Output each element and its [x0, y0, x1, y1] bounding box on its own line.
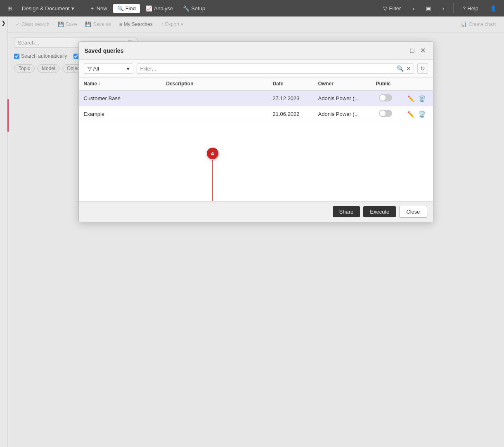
- footer-area: 4 Share Execute Close: [79, 201, 433, 222]
- topbar-right: ▽ Filter ‹ ▣ › ? Help 👤: [379, 3, 501, 13]
- filter-type-dropdown[interactable]: ▽ All ▾: [84, 64, 133, 74]
- filter-dropdown-icon: ▽: [88, 66, 92, 72]
- cell-name: Customer Base: [79, 90, 161, 106]
- find-btn[interactable]: 🔍 Find: [113, 4, 140, 13]
- help-label: Help: [467, 5, 478, 12]
- analyse-btn[interactable]: 📈 Analyse: [142, 4, 177, 13]
- annotation-badge-4: 4: [207, 148, 218, 159]
- col-header-owner[interactable]: Owner: [313, 78, 371, 90]
- col-header-date[interactable]: Date: [268, 78, 313, 90]
- nav-prev-btn[interactable]: ‹: [408, 4, 418, 13]
- content-area: ✓ Clear search 💾 Save 💾 Save as ≡ My Sea…: [7, 16, 504, 447]
- share-btn[interactable]: Share: [333, 206, 360, 217]
- filter-input-wrapper: 🔍 ✕: [137, 64, 414, 74]
- grid-icon: ⊞: [7, 5, 12, 12]
- close-btn[interactable]: Close: [399, 206, 427, 218]
- filter-label: Filter: [389, 5, 401, 12]
- nav-separator-1: [82, 3, 82, 13]
- help-icon: ?: [463, 5, 466, 12]
- col-header-desc[interactable]: Description: [161, 78, 268, 90]
- find-icon: 🔍: [117, 5, 124, 12]
- filter-dropdown-label: All: [93, 66, 99, 72]
- filter-btn[interactable]: ▽ Filter: [379, 4, 405, 13]
- cell-owner: Adonis Power (...: [313, 106, 371, 122]
- nav-next-btn[interactable]: ›: [438, 4, 448, 13]
- delete-btn[interactable]: 🗑️: [418, 94, 426, 103]
- table-row[interactable]: Example 21.06.2022 Adonis Power (... ✏️ …: [79, 106, 433, 122]
- modal-footer: Share Execute Close: [79, 201, 433, 222]
- plus-icon: ＋: [90, 5, 95, 12]
- wrench-icon: 🔧: [183, 5, 189, 12]
- chevron-right-icon: ›: [442, 5, 444, 12]
- cell-public: [371, 106, 400, 122]
- app-name-btn[interactable]: Design & Document ▾: [18, 4, 78, 13]
- nav-window-btn[interactable]: ▣: [422, 4, 435, 13]
- modal-title: Saved queries: [85, 47, 124, 54]
- filter-clear-btn[interactable]: ✕: [405, 64, 412, 73]
- public-toggle[interactable]: [379, 94, 392, 101]
- modal-toolbar: ▽ All ▾ 🔍 ✕ ↻: [79, 60, 433, 78]
- modal-body: Name ↑ Description Date Owner Public Cus…: [79, 78, 433, 201]
- queries-table: Name ↑ Description Date Owner Public Cus…: [79, 78, 433, 122]
- delete-btn[interactable]: 🗑️: [418, 110, 426, 118]
- annotation-line: [212, 160, 213, 201]
- cell-actions: ✏️ 🗑️: [400, 90, 433, 106]
- filter-icon: ▽: [383, 5, 387, 12]
- col-header-public[interactable]: Public: [371, 78, 400, 90]
- app-chevron-icon: ▾: [71, 5, 74, 12]
- public-toggle[interactable]: [379, 110, 392, 117]
- edit-btn[interactable]: ✏️: [407, 110, 415, 118]
- sidebar-toggle-btn[interactable]: ❯: [0, 16, 7, 447]
- window-icon: ▣: [426, 5, 431, 12]
- saved-queries-modal: Saved queries □ ✕ ▽ All ▾: [78, 41, 433, 222]
- modal-close-btn[interactable]: ✕: [419, 46, 427, 55]
- filter-search-btn[interactable]: 🔍: [396, 64, 405, 73]
- cell-actions: ✏️ 🗑️: [400, 106, 433, 122]
- modal-overlay: Saved queries □ ✕ ▽ All ▾: [7, 16, 504, 447]
- filter-input[interactable]: [137, 64, 396, 73]
- table-header-row: Name ↑ Description Date Owner Public: [79, 78, 433, 90]
- nav-separator-2: [453, 3, 454, 13]
- edit-btn[interactable]: ✏️: [407, 94, 415, 103]
- col-header-name[interactable]: Name ↑: [79, 78, 161, 90]
- find-label: Find: [125, 5, 136, 12]
- analyse-label: Analyse: [154, 5, 173, 12]
- new-btn[interactable]: ＋ New: [85, 3, 111, 14]
- table-row[interactable]: Customer Base 27.12.2023 Adonis Power (.…: [79, 90, 433, 106]
- filter-input-actions: 🔍 ✕: [396, 64, 414, 73]
- help-btn[interactable]: ? Help: [459, 4, 483, 13]
- user-btn[interactable]: 👤: [486, 4, 501, 13]
- user-icon: 👤: [490, 5, 497, 12]
- cell-desc: [161, 106, 268, 122]
- chevron-right-icon: ❯: [1, 20, 6, 26]
- cell-desc: [161, 90, 268, 106]
- modal-header: Saved queries □ ✕: [79, 42, 433, 60]
- refresh-btn[interactable]: ↻: [417, 63, 428, 74]
- app-logo-btn[interactable]: ⊞: [3, 4, 16, 13]
- main-area: ❯ ✓ Clear search 💾 Save 💾 Save as ≡ My S…: [0, 16, 504, 447]
- cell-owner: Adonis Power (...: [313, 90, 371, 106]
- cell-public: [371, 90, 400, 106]
- new-label: New: [97, 5, 107, 12]
- setup-label: Setup: [191, 5, 205, 12]
- chevron-left-icon: ‹: [412, 5, 414, 12]
- topbar: ⊞ Design & Document ▾ ＋ New 🔍 Find 📈 Ana…: [0, 0, 504, 16]
- modal-maximize-btn[interactable]: □: [409, 46, 416, 55]
- chart-icon: 📈: [146, 5, 152, 12]
- modal-header-actions: □ ✕: [409, 46, 427, 55]
- setup-btn[interactable]: 🔧 Setup: [179, 4, 209, 13]
- col-header-actions: [400, 78, 433, 90]
- execute-btn[interactable]: Execute: [363, 206, 396, 217]
- cell-date: 21.06.2022: [268, 106, 313, 122]
- cell-name: Example: [79, 106, 161, 122]
- filter-chevron-icon: ▾: [127, 66, 130, 72]
- cell-date: 27.12.2023: [268, 90, 313, 106]
- app-name-label: Design & Document: [22, 5, 70, 12]
